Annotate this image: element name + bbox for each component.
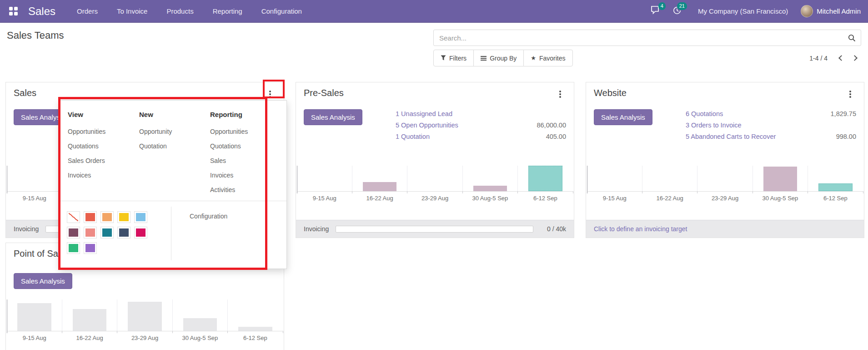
chart-week-label: 6-12 Sep	[518, 195, 573, 202]
chart-column[interactable]	[117, 299, 173, 331]
color-swatch-magenta[interactable]	[134, 227, 147, 238]
menu-to-invoice[interactable]: To Invoice	[107, 0, 157, 23]
apps-grid-icon[interactable]	[9, 7, 18, 16]
open-opportunities-link[interactable]: 5 Open Opportunities	[396, 122, 458, 129]
menu-orders[interactable]: Orders	[67, 0, 107, 23]
chart-week-label: 9-15 Aug	[587, 195, 642, 202]
menu-column-view: View Opportunities Quotations Sales Orde…	[68, 111, 136, 183]
chart-bar	[17, 303, 51, 331]
define-invoicing-target-link[interactable]: Click to define an invoicing target	[594, 225, 687, 233]
kanban-card-menu: View Opportunities Quotations Sales Orde…	[60, 100, 287, 269]
card-menu-kebab-icon[interactable]	[266, 88, 275, 101]
menu-item-reporting-quotations[interactable]: Quotations	[210, 139, 278, 153]
color-swatch-no-color[interactable]	[67, 211, 80, 223]
color-swatch-yellow[interactable]	[117, 211, 130, 223]
stat-row: 5 Open Opportunities 86,000.00	[396, 119, 566, 131]
app-title[interactable]: Sales	[28, 5, 55, 18]
swatch-fill	[69, 244, 78, 252]
chart-column[interactable]	[7, 299, 62, 331]
menu-item-view-opportunities[interactable]: Opportunities	[68, 124, 136, 139]
menu-item-reporting-invoices[interactable]: Invoices	[210, 168, 278, 183]
chart-column[interactable]	[62, 299, 118, 331]
menu-item-reporting-sales[interactable]: Sales	[210, 153, 278, 168]
company-switcher[interactable]: My Company (San Francisco)	[698, 7, 788, 15]
invoicing-progress-bar[interactable]	[336, 226, 533, 233]
menu-item-new-quotation[interactable]: Quotation	[139, 139, 207, 153]
chart-column[interactable]	[463, 166, 518, 191]
orders-to-invoice-link[interactable]: 3 Orders to Invoice	[686, 122, 742, 129]
color-swatch-orange[interactable]	[100, 211, 114, 223]
color-swatch-light-blue[interactable]	[134, 211, 147, 223]
stat-row: 1 Unassigned Lead	[396, 108, 566, 119]
chart-column[interactable]	[518, 166, 573, 191]
menu-reporting[interactable]: Reporting	[203, 0, 252, 23]
menu-item-configuration[interactable]: Configuration	[190, 213, 227, 220]
chart-column[interactable]	[228, 299, 283, 331]
invoicing-label: Invoicing	[304, 225, 329, 233]
pager: 1-4 / 4	[809, 50, 861, 66]
color-swatch-salmon[interactable]	[84, 227, 97, 238]
menu-item-reporting-activities[interactable]: Activities	[210, 183, 278, 197]
menu-item-reporting-opportunities[interactable]: Opportunities	[210, 124, 278, 139]
pager-previous-button[interactable]	[835, 52, 848, 64]
menu-column-new: New Opportunity Quotation	[139, 111, 207, 153]
card-title: Website	[594, 88, 627, 98]
sales-analysis-button[interactable]: Sales Analysis	[594, 109, 652, 125]
color-swatch-purple[interactable]	[84, 242, 97, 254]
menu-products[interactable]: Products	[157, 0, 203, 23]
chart-column[interactable]	[407, 166, 463, 191]
user-menu[interactable]: Mitchell Admin	[801, 5, 861, 17]
card-title: Point of Sale	[14, 249, 65, 259]
color-swatch-navy[interactable]	[117, 227, 130, 238]
card-menu-kebab-icon[interactable]	[846, 88, 855, 101]
pager-next-button[interactable]	[848, 52, 861, 64]
color-swatch-teal[interactable]	[100, 227, 114, 238]
abandoned-carts-link[interactable]: 5 Abandoned Carts to Recover	[686, 133, 776, 140]
sales-analysis-button[interactable]: Sales Analysis	[14, 273, 72, 289]
activities-button[interactable]: 21	[667, 3, 688, 19]
favorites-button[interactable]: ★ Favorites	[523, 50, 572, 66]
color-swatch-dark-maroon[interactable]	[67, 227, 80, 238]
sales-analysis-button[interactable]: Sales Analysis	[304, 109, 362, 125]
chart-bar	[818, 183, 853, 191]
quotations-link[interactable]: 6 Quotations	[686, 110, 723, 117]
chart-bar	[473, 186, 507, 191]
chart-week-label: 16-22 Aug	[352, 195, 407, 202]
menu-item-view-invoices[interactable]: Invoices	[68, 168, 136, 183]
chart-column[interactable]	[587, 166, 642, 191]
menu-item-view-quotations[interactable]: Quotations	[68, 139, 136, 153]
group-by-button[interactable]: Group By	[473, 50, 524, 66]
navbar-right: 4 21 My Company (San Francisco) Mitchell…	[645, 3, 861, 19]
chart-column[interactable]	[642, 166, 698, 191]
chart-column[interactable]	[808, 166, 863, 191]
swatch-fill	[119, 213, 129, 221]
menu-configuration[interactable]: Configuration	[252, 0, 311, 23]
menu-item-view-sales-orders[interactable]: Sales Orders	[68, 153, 136, 168]
app-menu: Orders To Invoice Products Reporting Con…	[67, 0, 311, 23]
menu-item-new-opportunity[interactable]: Opportunity	[139, 124, 207, 139]
color-swatch-green[interactable]	[67, 242, 80, 254]
swatch-fill	[85, 213, 95, 221]
search-input[interactable]	[434, 34, 843, 42]
search-icon[interactable]	[843, 34, 861, 42]
chart-column[interactable]	[697, 166, 753, 191]
chart-column[interactable]	[352, 166, 408, 191]
filters-button[interactable]: Filters	[433, 50, 474, 66]
card-stats: 6 Quotations 1,829.75 3 Orders to Invoic…	[686, 108, 856, 142]
color-swatch-red[interactable]	[84, 211, 97, 223]
chart-column[interactable]	[173, 299, 228, 331]
quotations-link[interactable]: 1 Quotation	[396, 133, 430, 140]
chart-week-label: 23-29 Aug	[407, 195, 462, 202]
chart-week-label: 30 Aug-5 Sep	[753, 195, 808, 202]
chart-week-label: 16-22 Aug	[642, 195, 697, 202]
messages-button[interactable]: 4	[645, 3, 667, 19]
chart-column[interactable]	[753, 166, 808, 191]
chart-bar	[528, 166, 562, 191]
chart-week-label: 9-15 Aug	[7, 195, 62, 202]
chart-column[interactable]	[7, 166, 62, 191]
chart-column[interactable]	[297, 166, 352, 191]
card-menu-kebab-icon[interactable]	[556, 88, 565, 101]
unassigned-leads-link[interactable]: 1 Unassigned Lead	[396, 110, 452, 117]
swatch-fill	[136, 213, 146, 221]
messages-badge: 4	[658, 2, 666, 10]
